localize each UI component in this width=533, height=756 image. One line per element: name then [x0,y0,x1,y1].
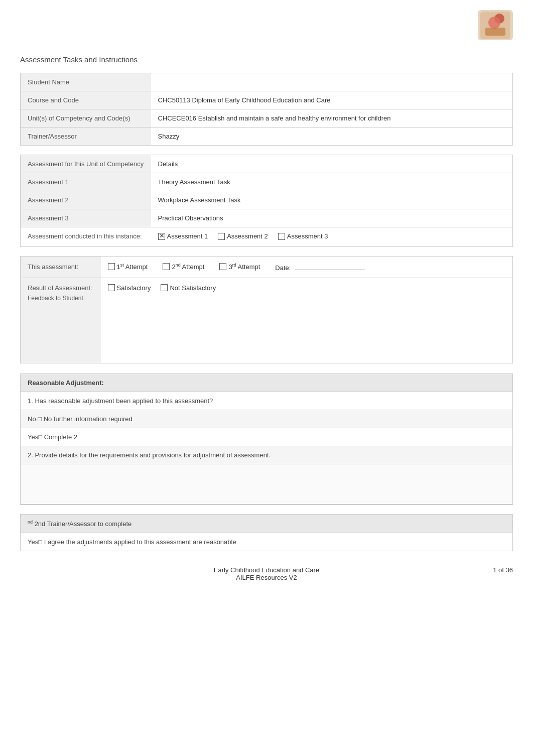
assessment-row-value: Practical Observations [151,209,513,227]
svg-point-2 [488,17,500,29]
conducted-checkbox[interactable] [158,233,165,240]
attempt-label: 2nd Attempt [163,263,204,271]
footer-line2: AILFE Resources V2 [20,574,513,581]
info-row: Trainer/Assessor Shazzy [21,128,513,146]
option-no-row: No □ No further information required [21,410,512,428]
conducted-checkbox-label: Assessment 2 [218,232,268,240]
svg-rect-3 [485,28,505,36]
assessment-row-label: Assessment 1 [21,173,151,191]
reasonable-adjustment-header: Reasonable Adjustment: [21,374,512,392]
attempt-checkboxes: 1st Attempt2nd Attempt3rd AttemptDate: [101,256,513,278]
footer-center: Early Childhood Education and Care AILFE… [20,566,513,581]
assessment-row: Assessment 1 Theory Assessment Task [21,173,513,191]
page-header: Assessment Tasks and Instructions [20,10,513,64]
info-row: Course and Code CHC50113 Diploma of Earl… [21,91,513,109]
attempt-checkbox[interactable] [219,263,226,270]
attempt-checkbox[interactable] [108,263,115,270]
satisfactory-checkbox[interactable] [108,284,115,291]
info-row-value: CHC50113 Diploma of Early Childhood Educ… [151,91,513,109]
assessment-row-value: Workplace Assessment Task [151,191,513,209]
option-yes-row: Yes□ Complete 2 [21,428,512,446]
attempt-row: This assessment: 1st Attempt2nd Attempt3… [21,256,513,278]
footer-line1: Early Childhood Education and Care [20,566,513,574]
conducted-checkbox[interactable] [218,233,225,240]
assessment-row: Assessment for this Unit of Competency D… [21,155,513,173]
assessment-row-label: Assessment 2 [21,191,151,209]
info-table: Student Name Course and Code CHC50113 Di… [20,73,513,146]
attempt-label: 1st Attempt [108,263,148,271]
footer: Early Childhood Education and Care AILFE… [20,566,513,581]
question2-row: 2. Provide details for the requirements … [21,446,512,464]
assessment-row-label: Assessment 3 [21,209,151,227]
info-row-value: Shazzy [151,128,513,146]
conducted-checkbox-label: Assessment 3 [278,232,328,240]
attempt-label: 3rd Attempt [219,263,260,271]
conducted-checkbox-text: Assessment 2 [227,232,268,240]
second-trainer-header: nd 2nd Trainer/Assessor to complete [21,515,512,533]
conducted-checkboxes: Assessment 1Assessment 2Assessment 3 [151,227,513,247]
conducted-row: Assessment conducted in this instance: A… [21,227,513,247]
info-row: Unit(s) of Competency and Code(s) CHCECE… [21,109,513,128]
result-content: Satisfactory Not Satisfactory [101,278,513,363]
page-title: Assessment Tasks and Instructions [20,55,138,64]
reasonable-adjustment-section: Reasonable Adjustment: 1. Has reasonable… [20,373,513,505]
question1-row: 1. Has reasonable adjustment been applie… [21,392,512,410]
assessment-row-value: Details [151,155,513,173]
second-trainer-section: nd 2nd Trainer/Assessor to complete Yes□… [20,514,513,551]
feedback-area [108,297,506,357]
info-row-label: Course and Code [21,91,151,109]
conducted-checkbox-text: Assessment 1 [167,232,208,240]
assessment-row: Assessment 3 Practical Observations [21,209,513,227]
info-row-label: Trainer/Assessor [21,128,151,146]
date-label: Date: [275,264,291,272]
info-row-label: Unit(s) of Competency and Code(s) [21,109,151,128]
not-satisfactory-checkbox-label: Not Satisfactory [161,284,216,292]
date-field[interactable] [295,270,365,270]
assessment-row: Assessment 2 Workplace Assessment Task [21,191,513,209]
page-number: 1 of 36 [493,566,513,574]
satisfactory-checkbox-label: Satisfactory [108,284,151,292]
result-row: Result of Assessment: Feedback to Studen… [21,278,513,363]
result-label: Result of Assessment: Feedback to Studen… [21,278,101,363]
conducted-checkbox[interactable] [278,233,285,240]
attempt-checkbox[interactable] [163,263,170,270]
this-assessment-label: This assessment: [21,256,101,278]
logo [478,10,513,40]
conducted-checkbox-text: Assessment 3 [287,232,328,240]
attempt-section: This assessment: 1st Attempt2nd Attempt3… [20,256,513,363]
assessment-row-label: Assessment for this Unit of Competency [21,155,151,173]
conducted-label: Assessment conducted in this instance: [21,227,151,247]
info-row: Student Name [21,73,513,91]
adjustment-details-area [21,464,512,505]
not-satisfactory-checkbox[interactable] [161,284,168,291]
info-row-value [151,73,513,91]
info-row-label: Student Name [21,73,151,91]
assessment-table: Assessment for this Unit of Competency D… [20,155,513,247]
conducted-checkbox-label: Assessment 1 [158,232,208,240]
info-row-value: CHCECE016 Establish and maintain a safe … [151,109,513,128]
assessment-row-value: Theory Assessment Task [151,173,513,191]
second-trainer-statement: Yes□ I agree the adjustments applied to … [21,533,512,551]
